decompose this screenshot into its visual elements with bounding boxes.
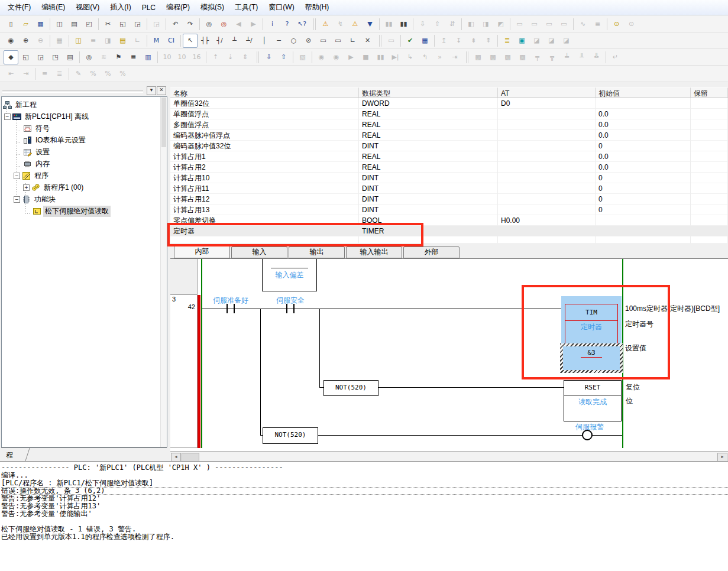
menu-item-9[interactable]: 帮助(H) (300, 0, 335, 15)
menu-item-8[interactable]: 窗口(W) (263, 0, 299, 15)
new-file-button[interactable]: ▯ (4, 17, 18, 31)
edit-find-button[interactable]: ◎ (82, 50, 96, 64)
menu-item-4[interactable]: PLC (137, 1, 161, 14)
tree-item-4[interactable]: 设置 (2, 146, 167, 158)
collapse-icon[interactable]: − (14, 196, 20, 203)
column-header[interactable]: 数据类型 (359, 87, 498, 98)
sheet-tab-0[interactable]: 内部 (174, 245, 230, 258)
help-button[interactable]: ? (280, 17, 295, 31)
collapse-icon[interactable]: − (14, 173, 20, 179)
table-row[interactable]: 编码器脉冲值浮点REAL0.0 (170, 130, 728, 141)
about-button[interactable]: i (265, 17, 280, 31)
menu-item-5[interactable]: 编程(P) (161, 0, 195, 15)
crossref-toggle-button[interactable]: ◳ (48, 50, 63, 64)
dock-grip[interactable] (2, 90, 143, 93)
or-contact-button[interactable]: ┴ (227, 34, 242, 48)
expand-icon[interactable]: + (23, 184, 30, 191)
transfer-from-plc-button[interactable]: ⇧ (276, 50, 291, 64)
tree-item-9[interactable]: 松下伺服绝对值读取 (2, 205, 167, 217)
tree-scrollbar-thumb[interactable] (161, 98, 166, 147)
print-preview-button[interactable]: ◰ (82, 17, 96, 31)
table-row[interactable]: 计算占用11DINT0 (170, 183, 728, 194)
menu-item-3[interactable]: 插入(I) (105, 0, 136, 15)
column-header[interactable]: AT (498, 87, 596, 98)
new-contact-button[interactable]: ┤├ (198, 34, 212, 48)
delete-branch-button[interactable]: ✕ (360, 34, 375, 48)
mnemonic-view-button[interactable]: M (149, 34, 164, 48)
menu-item-0[interactable]: 文件(F) (2, 0, 36, 15)
tree-item-7[interactable]: +新程序1 (00) (2, 181, 167, 193)
scrollbar-thumb[interactable] (182, 453, 199, 462)
ladder-editor[interactable]: 3 42 输入偏差 伺服准备好 伺服安全 TIM 定时器 &3 (170, 258, 728, 451)
menu-item-6[interactable]: 模拟(S) (195, 0, 229, 15)
program-check-button[interactable]: ✔ (403, 34, 418, 48)
table-row[interactable]: 多圈值浮点REAL0.0 (170, 119, 728, 130)
ladder-hscrollbar[interactable]: ◂ ▸ (170, 451, 728, 461)
copy-button[interactable]: ◱ (115, 17, 130, 31)
table-row[interactable]: 计算占用2REAL0.0 (170, 162, 728, 173)
dock-close-button[interactable]: ✕ (157, 86, 166, 95)
find-in-files-button[interactable]: ◫ (52, 17, 67, 31)
vertical-line-button[interactable]: │ (257, 34, 271, 48)
find-warning-button[interactable]: ⚠ (348, 17, 363, 31)
open-file-button[interactable]: ▱ (18, 17, 33, 31)
fb-instance-button[interactable]: ▣ (515, 34, 529, 48)
rset-instruction-block[interactable]: RSET 读取完成 (564, 380, 622, 421)
not-instruction-2[interactable]: NOT(520) (263, 427, 318, 444)
output-toggle-button[interactable]: ◱ (18, 50, 33, 64)
new-coil-button[interactable]: ○ (286, 34, 301, 48)
horizontal-line-button[interactable]: ─ (271, 34, 286, 48)
table-row[interactable]: 计算占用13DINT0 (170, 205, 728, 215)
not-instruction-1[interactable]: NOT(520) (323, 380, 378, 396)
prev-instruction-box[interactable]: 输入偏差 (262, 259, 317, 291)
menu-item-1[interactable]: 编辑(E) (36, 0, 70, 15)
online-edit-button[interactable]: ▼ (363, 17, 377, 31)
new-closed-coil-button[interactable]: ⊘ (301, 34, 316, 48)
io-comment-view-button[interactable]: CI (164, 34, 179, 48)
transfer-to-plc-button[interactable]: ⇩ (261, 50, 276, 64)
new-instruction-button[interactable]: ▭ (316, 34, 331, 48)
workspace-toggle-button[interactable]: ◆ (4, 50, 18, 64)
output-coil[interactable] (582, 430, 593, 440)
local-symbols-button[interactable]: ▤ (115, 34, 130, 48)
new-closed-contact-button[interactable]: ┤/ (212, 34, 227, 48)
tree-item-3[interactable]: IO表和单元设置 (2, 134, 167, 146)
menu-item-7[interactable]: 工具(T) (229, 0, 263, 15)
bookmark-button[interactable]: ⚑ (111, 50, 126, 64)
undo-button[interactable]: ↶ (168, 17, 183, 31)
tree-scrollbar[interactable] (160, 97, 167, 447)
or-closed-contact-button[interactable]: ┴/ (242, 34, 257, 48)
sheet-tab-2[interactable]: 输出 (289, 246, 345, 258)
dock-menu-button[interactable]: ▾ (147, 86, 156, 95)
compile-button[interactable]: ⚠ (318, 17, 333, 31)
tree-item-6[interactable]: −程序 (2, 170, 167, 181)
find-button[interactable]: ◎ (202, 17, 216, 31)
scroll-left-button[interactable]: ◂ (171, 453, 181, 462)
column-header[interactable]: 名称 (170, 87, 359, 98)
table-row[interactable]: 编码器脉冲值32位DINT0 (170, 141, 728, 151)
zoom-button[interactable]: ◉ (4, 34, 18, 48)
tree-item-2[interactable]: 符号 (2, 122, 167, 134)
binary-monitor-button[interactable]: ▥ (141, 50, 156, 64)
fb-list-button[interactable]: ≣ (500, 34, 515, 48)
new-closed-instruction-button[interactable]: ▭ (331, 34, 345, 48)
tree-item-0[interactable]: 新工程 (2, 99, 167, 111)
pause-button[interactable]: ▮▮ (396, 17, 411, 31)
paste-button[interactable]: ◲ (130, 17, 145, 31)
column-header[interactable]: 初始值 (596, 87, 691, 98)
replace-button[interactable]: ◎ (216, 17, 231, 31)
table-row[interactable]: 计算占用12DINT0 (170, 194, 728, 205)
context-help-button[interactable]: ↖? (295, 17, 309, 31)
save-button[interactable]: ▦ (33, 17, 48, 31)
sheet-tab-3[interactable]: 输入输出 (346, 246, 402, 258)
workspace-tab[interactable] (0, 448, 30, 461)
tree-item-8[interactable]: −功能块 (2, 193, 167, 205)
zoom-in-button[interactable]: ⊕ (18, 34, 33, 48)
table-row[interactable]: 单圈值浮点REAL0.0 (170, 109, 728, 119)
watch-sheet-button[interactable]: ≣ (126, 50, 141, 64)
menu-item-2[interactable]: 视图(V) (70, 0, 105, 15)
cut-button[interactable]: ✂ (101, 17, 115, 31)
watch-toggle-button[interactable]: ◲ (33, 50, 48, 64)
tree-item-1[interactable]: −新PLC1[CP1H] 离线 (2, 111, 167, 122)
table-row[interactable]: 单圈值32位DWORDD0 (170, 98, 728, 109)
